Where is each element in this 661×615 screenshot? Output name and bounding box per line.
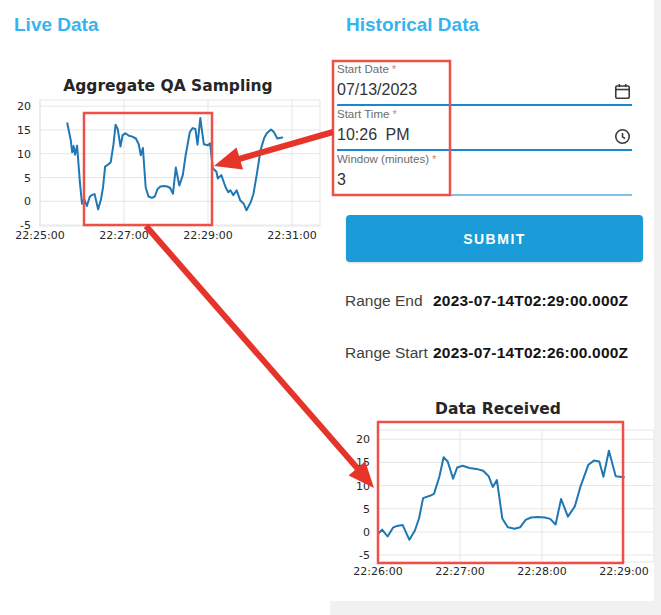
svg-text:15: 15 bbox=[356, 456, 370, 469]
svg-text:22:31:00: 22:31:00 bbox=[267, 229, 316, 242]
range-start-label: Range Start bbox=[345, 344, 433, 362]
svg-text:0: 0 bbox=[363, 526, 370, 539]
svg-text:22:27:00: 22:27:00 bbox=[99, 229, 148, 242]
range-end-row: Range End2023-07-14T02:29:00.000Z bbox=[345, 292, 645, 312]
svg-text:10: 10 bbox=[17, 148, 31, 161]
start-date-label: Start Date* bbox=[337, 63, 632, 76]
svg-text:20: 20 bbox=[356, 433, 370, 446]
svg-text:10: 10 bbox=[356, 480, 370, 493]
svg-text:Aggregate QA Sampling: Aggregate QA Sampling bbox=[63, 77, 272, 95]
start-time-input[interactable]: 10:26 PM bbox=[337, 125, 632, 144]
window-minutes-input[interactable]: 3 bbox=[337, 170, 632, 189]
start-date-underline bbox=[337, 104, 632, 106]
svg-text:22:27:00: 22:27:00 bbox=[435, 565, 484, 578]
svg-text:-5: -5 bbox=[359, 549, 370, 562]
historical-data-received-chart: 22:26:0022:27:0022:28:0022:29:0020151050… bbox=[330, 385, 661, 600]
window-minutes-field: Window (minutes)* 3 bbox=[337, 153, 632, 198]
svg-text:22:29:00: 22:29:00 bbox=[599, 565, 648, 578]
historical-data-heading: Historical Data bbox=[346, 14, 479, 36]
required-asterisk: * bbox=[432, 153, 436, 165]
svg-text:5: 5 bbox=[363, 503, 370, 516]
svg-text:5: 5 bbox=[24, 172, 31, 185]
start-time-label: Start Time* bbox=[337, 108, 632, 121]
start-date-field: Start Date* 07/13/2023 bbox=[337, 63, 632, 108]
svg-text:Data Received: Data Received bbox=[435, 400, 561, 418]
svg-text:0: 0 bbox=[24, 195, 31, 208]
clock-icon[interactable] bbox=[613, 127, 632, 146]
svg-text:22:26:00: 22:26:00 bbox=[353, 565, 402, 578]
range-end-value: 2023-07-14T02:29:00.000Z bbox=[433, 292, 628, 309]
calendar-icon[interactable] bbox=[613, 82, 632, 101]
svg-text:-5: -5 bbox=[20, 219, 31, 232]
svg-text:22:28:00: 22:28:00 bbox=[517, 565, 566, 578]
live-aggregate-qa-chart: 22:25:0022:27:0022:29:0022:31:0020151050… bbox=[0, 55, 332, 250]
required-asterisk: * bbox=[392, 63, 396, 75]
svg-text:22:29:00: 22:29:00 bbox=[183, 229, 232, 242]
svg-text:15: 15 bbox=[17, 124, 31, 137]
required-asterisk: * bbox=[392, 108, 396, 120]
submit-button[interactable]: SUBMIT bbox=[346, 215, 643, 262]
svg-text:20: 20 bbox=[17, 100, 31, 113]
start-time-underline bbox=[337, 149, 632, 151]
range-start-value: 2023-07-14T02:26:00.000Z bbox=[433, 344, 628, 361]
live-data-heading: Live Data bbox=[14, 14, 98, 36]
start-time-field: Start Time* 10:26 PM bbox=[337, 108, 632, 153]
dashboard-page: Live Data Historical Data 22:25:0022:27:… bbox=[0, 0, 661, 615]
window-minutes-label: Window (minutes)* bbox=[337, 153, 632, 166]
window-minutes-underline bbox=[337, 194, 632, 196]
range-end-label: Range End bbox=[345, 292, 433, 310]
range-start-row: Range Start2023-07-14T02:26:00.000Z bbox=[345, 344, 645, 364]
start-date-input[interactable]: 07/13/2023 bbox=[337, 80, 632, 99]
